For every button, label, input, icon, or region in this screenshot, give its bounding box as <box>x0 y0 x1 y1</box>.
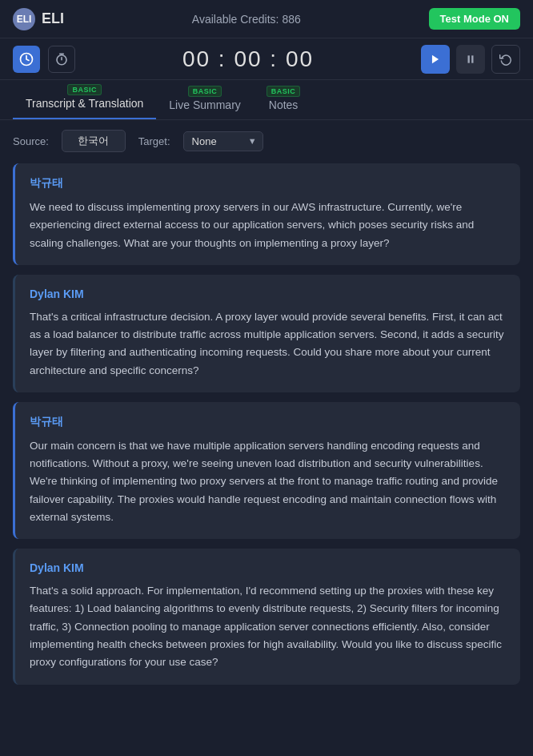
clock-button[interactable] <box>13 46 40 73</box>
timer-bar: 00 : 00 : 00 <box>0 38 533 80</box>
target-label: Target: <box>138 135 170 147</box>
content-area: Source: 한국어 Target: None English Korean … <box>0 120 533 756</box>
timer-icons <box>13 46 75 73</box>
logo-initials: ELI <box>17 14 32 25</box>
target-select[interactable]: None English Korean Japanese Chinese Spa… <box>183 131 263 151</box>
clock-icon <box>19 52 34 66</box>
logo-icon: ELI <box>13 8 35 30</box>
play-icon <box>430 54 441 65</box>
tab-notes[interactable]: BASIC Notes <box>254 86 314 119</box>
pause-icon <box>465 54 476 65</box>
tab-transcript-badge: BASIC <box>67 84 102 95</box>
top-bar: ELI ELI Available Credits: 886 Test Mode… <box>0 0 533 38</box>
pause-button[interactable] <box>456 45 485 74</box>
tab-summary-label: Live Summary <box>169 99 240 111</box>
tab-transcript-label: Transcript & Translation <box>26 97 143 110</box>
message-card: Dylan KIM That's a critical infrastructu… <box>13 275 520 392</box>
tab-notes-badge: BASIC <box>266 86 301 97</box>
stopwatch-button[interactable] <box>48 46 75 73</box>
speaker-name: 박규태 <box>30 415 506 429</box>
app-name: ELI <box>42 10 64 27</box>
tab-summary-badge: BASIC <box>188 86 222 97</box>
speaker-name: 박규태 <box>30 176 506 191</box>
message-card: Dylan KIM That's a solid approach. For i… <box>13 549 520 684</box>
play-button[interactable] <box>421 45 450 74</box>
source-label: Source: <box>13 135 49 147</box>
message-text: That's a critical infrastructure decisio… <box>30 308 506 380</box>
message-text: Our main concern is that we have multipl… <box>30 437 506 526</box>
reset-button[interactable] <box>491 45 520 74</box>
message-text: We need to discuss implementing proxy se… <box>30 199 506 252</box>
tab-summary[interactable]: BASIC Live Summary <box>156 86 253 119</box>
message-text: That's a solid approach. For implementat… <box>30 582 506 671</box>
svg-marker-3 <box>432 54 439 63</box>
credits-display: Available Credits: 886 <box>192 13 301 26</box>
test-mode-button[interactable]: Test Mode ON <box>429 8 520 30</box>
message-card: 박규태 We need to discuss implementing prox… <box>13 163 520 265</box>
tab-transcript[interactable]: BASIC Transcript & Translation <box>13 84 156 119</box>
message-card: 박규태 Our main concern is that we have mul… <box>13 402 520 539</box>
stopwatch-icon <box>54 52 69 66</box>
source-value: 한국어 <box>62 130 126 152</box>
svg-rect-5 <box>471 55 473 62</box>
timer-controls <box>421 45 520 74</box>
reset-icon <box>499 53 512 66</box>
target-select-wrapper: None English Korean Japanese Chinese Spa… <box>183 131 263 151</box>
tab-notes-label: Notes <box>269 99 299 111</box>
source-target-row: Source: 한국어 Target: None English Korean … <box>13 130 520 152</box>
speaker-name: Dylan KIM <box>30 561 506 574</box>
tabs-bar: BASIC Transcript & Translation BASIC Liv… <box>0 80 533 120</box>
timer-display: 00 : 00 : 00 <box>182 46 314 72</box>
speaker-name: Dylan KIM <box>30 288 506 300</box>
svg-rect-4 <box>467 55 469 62</box>
logo-area: ELI ELI <box>13 8 64 30</box>
